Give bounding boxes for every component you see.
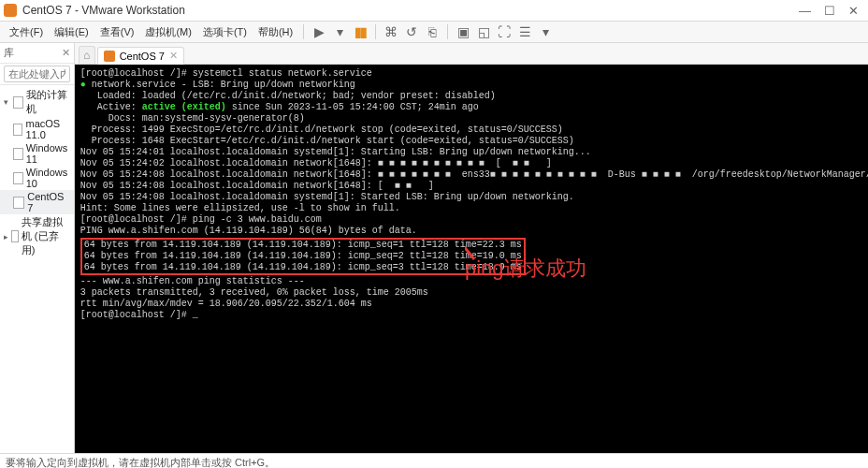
tree-label: Windows 11 [26,142,70,165]
unity-icon[interactable]: ◱ [476,24,491,39]
menu-edit[interactable]: 编辑(E) [49,25,94,39]
ping-reply: 64 bytes from 14.119.104.189 (14.119.104… [84,251,522,262]
term-line: Nov 05 15:24:08 localhost.localdomain sy… [80,192,868,203]
term-line: Process: 1499 ExecStop=/etc/rc.d/init.d/… [80,124,868,136]
term-line: Loaded: loaded (/etc/rc.d/init.d/network… [80,91,868,102]
expand-icon[interactable]: ▾ [4,97,10,107]
menu-file[interactable]: 文件(F) [4,25,49,39]
tab-bar: ⌂ CentOS 7 ✕ [75,43,868,65]
term-line: rtt min/avg/max/mdev = 18.906/20.095/22.… [80,299,868,310]
window-title: CentOS 7 - VMware Workstation [22,4,799,17]
ping-reply: 64 bytes from 14.119.104.189 (14.119.104… [84,262,522,273]
fit-icon[interactable]: ▣ [456,24,470,39]
status-bar: 要将输入定向到虚拟机，请在虚拟机内部单击或按 Ctrl+G。 [0,453,868,468]
dropdown2-icon[interactable]: ▾ [538,24,553,39]
menu-tabs[interactable]: 选项卡(T) [197,25,253,39]
tree-label: macOS 11.0 [25,118,69,140]
menu-divider [303,24,304,39]
term-line: --- www.a.shifen.com ping statistics --- [80,276,868,287]
library-tree: ▾ 我的计算机 macOS 11.0 Windows 11 Windows 10… [0,85,74,453]
term-line: Hint: Some lines were ellipsized, use -l… [80,203,868,214]
minimize-icon[interactable]: — [799,5,811,17]
guest-terminal[interactable]: [root@localhost /]# systemctl status net… [75,65,868,453]
tree-node-centos7[interactable]: CentOS 7 [0,190,74,214]
maximize-icon[interactable]: ☐ [824,5,835,17]
tree-node-macos[interactable]: macOS 11.0 [0,117,74,141]
active-state: active (exited) [142,102,226,112]
sidebar-header: 库 ✕ [0,43,74,64]
vm-icon [13,172,23,184]
menu-bar: 文件(F) 编辑(E) 查看(V) 虚拟机(M) 选项卡(T) 帮助(H) ▶ … [0,22,868,43]
window-title-bar: CentOS 7 - VMware Workstation — ☐ ✕ [0,0,868,22]
menu-help[interactable]: 帮助(H) [253,25,298,39]
status-text: 要将输入定向到虚拟机，请在虚拟机内部单击或按 Ctrl+G。 [6,456,275,469]
revert-icon[interactable]: ↺ [404,24,419,39]
term-line: Active: active (exited) since Sun 2023-1… [80,102,868,113]
tree-node-win11[interactable]: Windows 11 [0,141,74,166]
tree-label: 共享虚拟机 (已弃用) [22,215,70,257]
term-line: Nov 05 15:24:08 localhost.localdomain ne… [80,169,868,181]
menu-view[interactable]: 查看(V) [94,25,140,39]
tree-label: Windows 10 [26,167,70,189]
sidebar-search [0,64,74,85]
close-icon[interactable]: ✕ [848,5,859,17]
term-line: ● network.service - LSB: Bring up/down n… [80,80,868,91]
play-icon[interactable]: ▶ [311,24,326,39]
vm-icon [13,197,24,209]
pause-icon[interactable]: ▮▮ [353,24,368,39]
main-area: 库 ✕ ▾ 我的计算机 macOS 11.0 Windows 11 Window… [0,43,868,453]
term-line: Nov 05 15:24:08 localhost.localdomain ne… [80,181,868,192]
search-input[interactable] [4,66,70,82]
ping-reply-highlight: 64 bytes from 14.119.104.189 (14.119.104… [80,238,526,275]
sidebar-close-icon[interactable]: ✕ [62,47,70,59]
term-line: [root@localhost /]# _ [80,310,868,321]
library-sidebar: 库 ✕ ▾ 我的计算机 macOS 11.0 Windows 11 Window… [0,43,75,453]
tree-node-win10[interactable]: Windows 10 [0,166,74,190]
tool-divider2 [447,24,448,39]
vm-icon [13,124,22,136]
tree-root-shared[interactable]: ▸ 共享虚拟机 (已弃用) [0,214,74,258]
library-icon[interactable]: ☰ [517,24,532,39]
sidebar-title: 库 [4,46,14,60]
term-line: Process: 1648 ExecStart=/etc/rc.d/init.d… [80,136,868,147]
vmware-icon [4,4,17,17]
menu-vm[interactable]: 虚拟机(M) [139,25,197,39]
fullscr-icon[interactable]: ⛶ [497,24,512,39]
term-line: [root@localhost /]# ping -c 3 www.baidu.… [80,214,868,226]
tab-close-icon[interactable]: ✕ [169,50,178,62]
ping-reply: 64 bytes from 14.119.104.189 (14.119.104… [84,240,522,251]
snapshot-icon[interactable]: ⌘ [383,24,398,39]
manage-icon[interactable]: ⎗ [425,24,440,39]
term-line: Docs: man:systemd-sysv-generator(8) [80,113,868,124]
term-line: [root@localhost /]# systemctl status net… [80,68,868,80]
term-line: Nov 05 15:24:01 localhost.localdomain sy… [80,147,868,158]
shared-icon [11,230,19,242]
tree-root-mypc[interactable]: ▾ 我的计算机 [0,87,74,117]
expand-icon[interactable]: ▸ [4,232,8,241]
term-line: 3 packets transmitted, 3 received, 0% pa… [80,287,868,299]
tree-label: CentOS 7 [27,191,69,213]
tab-label: CentOS 7 [120,51,165,62]
home-tab[interactable]: ⌂ [79,46,95,64]
computer-icon [13,96,23,109]
vm-icon [13,148,23,160]
tree-label: 我的计算机 [26,88,70,116]
window-controls: — ☐ ✕ [799,5,864,17]
term-line: Nov 05 15:24:02 localhost.localdomain ne… [80,158,868,169]
tab-vm-icon [104,51,115,62]
tab-centos7[interactable]: CentOS 7 ✕ [97,47,184,65]
term-line: PING www.a.shifen.com (14.119.104.189) 5… [80,226,868,237]
tool-divider1 [375,24,376,39]
dropdown-icon[interactable]: ▾ [332,24,347,39]
content-area: ⌂ CentOS 7 ✕ [root@localhost /]# systemc… [75,43,868,453]
